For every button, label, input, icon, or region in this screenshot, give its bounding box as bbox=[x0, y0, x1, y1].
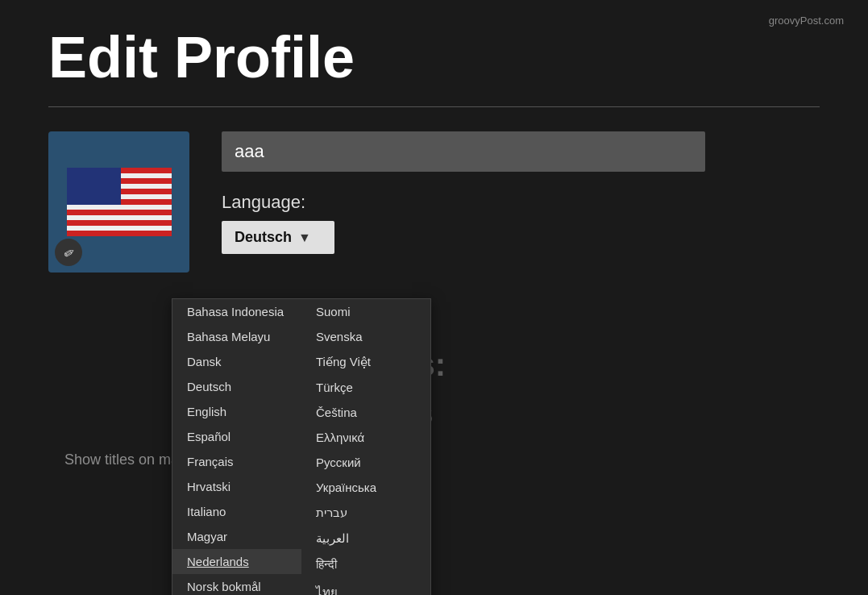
lang-cestina[interactable]: Čeština bbox=[301, 400, 430, 425]
lang-russian[interactable]: Русский bbox=[301, 450, 430, 475]
flag-image bbox=[67, 168, 172, 236]
avatar-edit-button[interactable]: ✏ bbox=[55, 239, 82, 266]
profile-section: ✏ Language: Deutsch ▼ bbox=[48, 131, 820, 273]
section-divider bbox=[48, 106, 820, 107]
lang-francais[interactable]: Français bbox=[172, 449, 301, 474]
lang-greek[interactable]: Ελληνικά bbox=[301, 425, 430, 450]
lang-turkce[interactable]: Türkçe bbox=[301, 375, 430, 400]
language-label: Language: bbox=[222, 192, 820, 213]
lang-deutsch[interactable]: Deutsch bbox=[172, 374, 301, 399]
language-dropdown-col2: Suomi Svenska Tiếng Việt Türkçe Čeština … bbox=[301, 299, 430, 595]
lang-hrvatski[interactable]: Hrvatski bbox=[172, 474, 301, 499]
lang-english[interactable]: English bbox=[172, 399, 301, 424]
language-dropdown-menu: Bahasa Indonesia Bahasa Melayu Dansk Deu… bbox=[172, 298, 431, 595]
language-dropdown-button[interactable]: Deutsch ▼ bbox=[222, 221, 334, 254]
page-title: Edit Profile bbox=[48, 16, 820, 90]
site-label: groovyPost.com bbox=[769, 15, 844, 27]
lang-italiano[interactable]: Italiano bbox=[172, 499, 301, 524]
lang-bahasa-indonesia[interactable]: Bahasa Indonesia bbox=[172, 299, 301, 324]
dropdown-arrow-icon: ▼ bbox=[298, 231, 311, 245]
lang-bahasa-melayu[interactable]: Bahasa Melayu bbox=[172, 324, 301, 349]
lang-tieng-viet[interactable]: Tiếng Việt bbox=[301, 349, 430, 375]
profile-form: Language: Deutsch ▼ bbox=[222, 131, 820, 254]
lang-nederlands[interactable]: Nederlands bbox=[172, 549, 301, 574]
language-selected-value: Deutsch bbox=[235, 229, 292, 246]
flag-canton bbox=[67, 168, 122, 205]
lang-ukrainian[interactable]: Українська bbox=[301, 475, 430, 500]
edit-pencil-icon: ✏ bbox=[60, 243, 77, 262]
lang-thai[interactable]: ไทย bbox=[301, 577, 430, 595]
lang-dansk[interactable]: Dansk bbox=[172, 349, 301, 374]
lang-svenska[interactable]: Svenska bbox=[301, 324, 430, 349]
lang-espanol[interactable]: Español bbox=[172, 424, 301, 449]
lang-hebrew[interactable]: עברית bbox=[301, 500, 430, 526]
language-dropdown-col1: Bahasa Indonesia Bahasa Melayu Dansk Deu… bbox=[172, 299, 301, 595]
lang-magyar[interactable]: Magyar bbox=[172, 524, 301, 549]
avatar-container: ✏ bbox=[48, 131, 189, 273]
lang-suomi[interactable]: Suomi bbox=[301, 299, 430, 324]
lang-hindi[interactable]: हिन्दी bbox=[301, 551, 430, 577]
language-section: Language: Deutsch ▼ bbox=[222, 192, 820, 254]
lang-norsk[interactable]: Norsk bokmål bbox=[172, 574, 301, 595]
lang-arabic[interactable]: العربية bbox=[301, 526, 430, 551]
profile-name-input[interactable] bbox=[222, 131, 705, 172]
